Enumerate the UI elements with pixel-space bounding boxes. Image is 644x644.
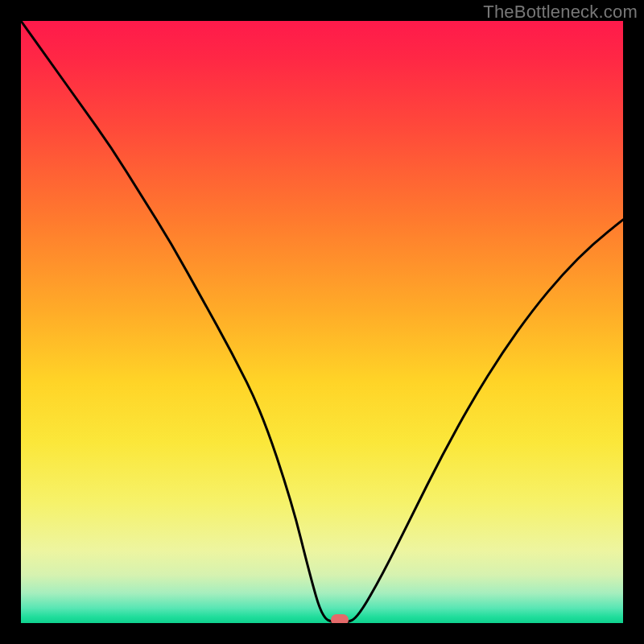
watermark-text: TheBottleneck.com — [483, 2, 638, 23]
curve-svg — [21, 21, 623, 623]
optimal-point-marker — [331, 614, 349, 624]
chart-container: TheBottleneck.com — [0, 0, 644, 644]
bottleneck-curve-path — [21, 21, 623, 623]
plot-area — [21, 21, 623, 623]
